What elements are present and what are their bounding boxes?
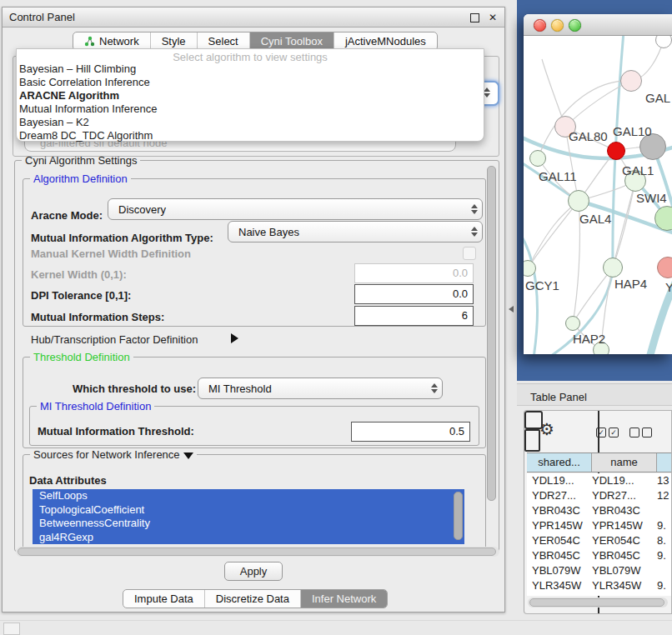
node-label: SWI4 xyxy=(636,191,667,205)
corner-handle[interactable] xyxy=(3,622,20,635)
algorithm-definition-title: Algorithm Definition xyxy=(30,172,131,185)
node-gal11[interactable] xyxy=(529,150,546,167)
column-header-name[interactable]: name xyxy=(592,453,657,472)
float-window-icon[interactable] xyxy=(470,13,479,22)
mi-threshold-group-title: MI Threshold Definition xyxy=(37,400,154,412)
checked-checkbox-icon[interactable]: ✓ xyxy=(596,428,606,438)
attributes-list-scrollbar[interactable] xyxy=(454,492,463,540)
dropdown-item-bayesian-k2[interactable]: Bayesian – K2 xyxy=(19,116,481,129)
settings-horizontal-scrollbar[interactable] xyxy=(16,547,499,557)
node-label: HAP2 xyxy=(573,332,605,346)
cell: YDR27... xyxy=(527,488,592,503)
kernel-width-label: Kernel Width (0,1): xyxy=(31,268,127,281)
node-hap4[interactable] xyxy=(603,258,623,278)
tab-infer-network[interactable]: Infer Network xyxy=(300,590,387,608)
cell: 9. xyxy=(657,548,671,563)
table-row[interactable]: YBR045CYBR045C9. xyxy=(527,548,671,563)
node-label: GAL xyxy=(645,91,670,105)
unchecked-checkbox-icon[interactable] xyxy=(629,428,639,438)
sources-title: Sources for Network Inference xyxy=(30,448,197,461)
dropdown-item-dream8[interactable]: Dream8 DC_TDC Algorithm xyxy=(19,129,481,142)
list-item[interactable]: TopologicalCoefficient xyxy=(33,503,464,518)
node-hap2[interactable] xyxy=(565,316,580,331)
list-item[interactable]: gal4RGexp xyxy=(33,531,464,545)
node-label: GAL10 xyxy=(613,124,652,138)
tab-impute-data-label: Impute Data xyxy=(134,590,193,608)
tab-discretize-data[interactable]: Discretize Data xyxy=(204,590,300,608)
apply-button[interactable]: Apply xyxy=(224,562,283,581)
settings-vertical-scrollbar[interactable] xyxy=(487,166,496,501)
table-row[interactable]: YBR043CYBR043C xyxy=(527,503,671,518)
dropdown-item-bayesian-hill-climbing[interactable]: Bayesian – Hill Climbing xyxy=(19,62,481,76)
cell: YBR043C xyxy=(527,503,592,518)
mi-type-combo[interactable]: Naive Bayes xyxy=(228,221,483,242)
table-row[interactable]: YDL19...YDL19...13 xyxy=(527,473,671,488)
mi-type-value: Naive Bayes xyxy=(228,226,467,238)
cell: YBR043C xyxy=(592,503,657,518)
close-icon[interactable]: ✕ xyxy=(489,12,497,23)
cell: 9. xyxy=(657,518,671,533)
dropdown-prompt: Select algorithm to view settings xyxy=(17,51,484,63)
minimize-traffic-light-icon[interactable] xyxy=(551,19,564,32)
dropdown-item-aracne[interactable]: ARACNE Algorithm xyxy=(19,89,481,102)
control-panel-window: Control Panel ✕ Network Style Select Cyn… xyxy=(2,7,505,612)
tab-impute-data[interactable]: Impute Data xyxy=(123,590,204,608)
tab-infer-network-label: Infer Network xyxy=(312,590,376,608)
network-icon xyxy=(84,36,95,47)
table-row[interactable]: YER054CYER054C8. xyxy=(527,533,671,548)
table-row[interactable]: YDR27...YDR27...12 xyxy=(527,488,671,503)
column-header-clipped[interactable] xyxy=(657,453,671,472)
document-icon[interactable] xyxy=(524,429,540,452)
aracne-mode-combo[interactable]: Discovery xyxy=(108,198,483,220)
tab-network[interactable]: Network xyxy=(73,32,150,50)
desktop-background: GAL GAL80 GAL10 GAL11 GAL1 SWI4 GAL4 GCY… xyxy=(517,0,672,381)
cell: 12 xyxy=(657,488,671,503)
network-canvas[interactable]: GAL GAL80 GAL10 GAL11 GAL1 SWI4 GAL4 GCY… xyxy=(524,36,672,354)
mi-threshold-label: Mutual Information Threshold: xyxy=(38,425,194,438)
which-threshold-combo[interactable]: MI Threshold xyxy=(198,378,443,399)
table-panel-titlebar: Table Panel xyxy=(517,383,672,406)
tab-cyni-toolbox[interactable]: Cyni Toolbox xyxy=(249,32,333,50)
table-row[interactable]: YBL079WYBL079W xyxy=(527,563,671,578)
column-header-shared-name[interactable]: shared... xyxy=(527,453,592,472)
gear-icon[interactable]: ⚙ xyxy=(539,419,554,439)
node-selected-red[interactable] xyxy=(607,142,625,160)
cell: YBR045C xyxy=(527,548,592,563)
sources-title-text: Sources for Network Inference xyxy=(33,448,180,461)
table-body: YDL19...YDL19...13 YDR27...YDR27...12 YB… xyxy=(527,473,671,596)
node-label: GAL1 xyxy=(622,163,654,178)
table-row[interactable]: YLR345WYLR345W9. xyxy=(527,578,671,593)
dropdown-item-basic-correlation[interactable]: Basic Correlation Inference xyxy=(19,76,481,89)
list-item[interactable]: BetweennessCentrality xyxy=(33,517,464,531)
tab-style[interactable]: Style xyxy=(150,32,197,50)
aracne-mode-value: Discovery xyxy=(108,203,467,216)
cell: 8. xyxy=(657,533,671,548)
node-label: HAP4 xyxy=(614,277,647,291)
node-gal4[interactable] xyxy=(568,190,589,212)
table-row[interactable]: YPR145WYPR145W9. xyxy=(527,518,671,533)
which-threshold-label: Which threshold to use: xyxy=(73,382,196,395)
close-traffic-light-icon[interactable] xyxy=(534,19,546,32)
node-gal[interactable] xyxy=(620,70,642,92)
sources-collapse-arrow-icon[interactable] xyxy=(183,452,193,459)
dropdown-item-mutual-information[interactable]: Mutual Information Inference xyxy=(19,102,481,116)
manual-kernel-checkbox[interactable] xyxy=(463,247,476,260)
table-horizontal-scrollbar[interactable] xyxy=(528,598,668,608)
unchecked-checkbox-icon[interactable] xyxy=(642,428,652,438)
checked-checkbox-icon[interactable]: ✓ xyxy=(609,428,619,438)
hub-expand-arrow-icon[interactable] xyxy=(231,333,238,343)
cell: YIL052C xyxy=(527,593,592,596)
zoom-traffic-light-icon[interactable] xyxy=(569,19,581,32)
table-row[interactable]: YIL052CYIL052C9 xyxy=(527,593,671,596)
cell: YBL079W xyxy=(592,563,657,578)
dpi-tolerance-field[interactable]: 0.0 xyxy=(354,284,474,304)
panel-divider-collapse-icon[interactable] xyxy=(509,306,514,312)
list-item[interactable]: SelfLoops xyxy=(33,489,464,503)
tab-jactivemnodules[interactable]: jActiveMNodules xyxy=(333,32,437,50)
mi-threshold-field[interactable]: 0.5 xyxy=(351,422,470,442)
cell: YLR345W xyxy=(592,578,657,593)
mi-steps-field[interactable]: 6 xyxy=(354,306,474,326)
combo-spinner-icon xyxy=(427,383,442,393)
kernel-width-field[interactable]: 0.0 xyxy=(354,263,474,283)
tab-select[interactable]: Select xyxy=(197,32,249,50)
